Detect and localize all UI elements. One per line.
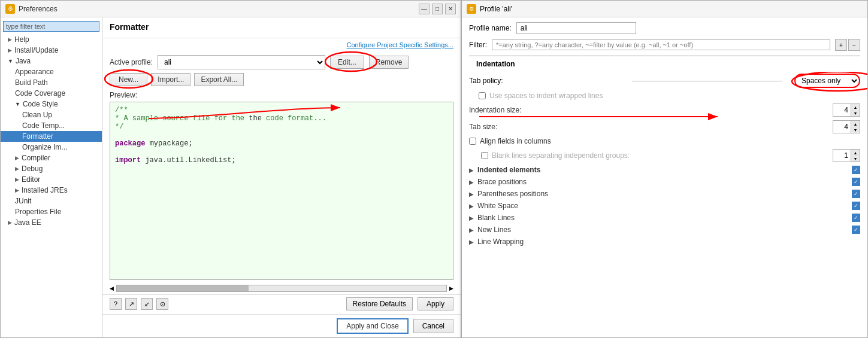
scroll-left-btn[interactable]: ◀ bbox=[110, 285, 114, 291]
sidebar-item-junit[interactable]: JUnit bbox=[1, 196, 102, 206]
apply-button[interactable]: Apply bbox=[418, 297, 453, 310]
cancel-button[interactable]: Cancel bbox=[413, 319, 453, 333]
edit-button[interactable]: Edit... bbox=[330, 56, 364, 69]
export-icon[interactable]: ↗ bbox=[125, 298, 137, 310]
sidebar-item-code-style[interactable]: ▼ Code Style bbox=[1, 99, 102, 109]
sidebar-item-debug[interactable]: ▶ Debug bbox=[1, 163, 102, 174]
minimize-button[interactable]: — bbox=[419, 4, 430, 14]
profile-name-input[interactable] bbox=[516, 22, 636, 34]
settings-icon[interactable]: ⊙ bbox=[156, 298, 168, 310]
remove-button[interactable]: Remove bbox=[369, 56, 409, 69]
new-button[interactable]: New... bbox=[110, 73, 147, 86]
title-bar: ⚙ Preferences — □ ✕ bbox=[1, 1, 461, 17]
sidebar-item-clean-up[interactable]: Clean Up bbox=[1, 109, 102, 120]
filter-collapse-btn[interactable]: − bbox=[848, 39, 860, 51]
tab-policy-select[interactable]: Spaces only Tabs only Mixed bbox=[794, 74, 860, 88]
sidebar-item-code-coverage[interactable]: Code Coverage bbox=[1, 88, 102, 99]
export-all-button[interactable]: Export All... bbox=[194, 73, 244, 86]
filter-input[interactable] bbox=[492, 39, 830, 50]
apply-and-close-button[interactable]: Apply and Close bbox=[337, 318, 408, 334]
preview-section: Preview: /** * A sample source file for … bbox=[102, 91, 461, 285]
filter-input[interactable] bbox=[3, 21, 99, 32]
chevron-icon: ▶ bbox=[8, 47, 12, 53]
blank-lines-section-arrow: ▶ bbox=[469, 215, 474, 221]
action-row: New... Import... Export All... bbox=[102, 73, 461, 91]
tab-size-input[interactable] bbox=[833, 120, 851, 133]
brace-positions-label: Brace positions bbox=[477, 178, 527, 186]
sidebar-item-compiler[interactable]: ▶ Compiler bbox=[1, 153, 102, 163]
blank-lines-section-row[interactable]: ▶ Blank Lines bbox=[469, 212, 860, 224]
blank-lines-up[interactable]: ▲ bbox=[851, 150, 860, 156]
restore-defaults-button[interactable]: Restore Defaults bbox=[346, 297, 413, 310]
close-button[interactable]: ✕ bbox=[445, 4, 456, 14]
white-space-row[interactable]: ▶ White Space bbox=[469, 200, 860, 212]
sidebar-item-code-templates[interactable]: Code Temp... bbox=[1, 120, 102, 131]
chevron-icon: ▶ bbox=[8, 220, 12, 226]
brace-positions-row[interactable]: ▶ Brace positions bbox=[469, 176, 860, 188]
sidebar-item-editor[interactable]: ▶ Editor bbox=[1, 174, 102, 185]
tab-size-down[interactable]: ▼ bbox=[851, 127, 860, 133]
blank-lines-section-label: Blank Lines bbox=[477, 214, 515, 222]
chevron-icon: ▶ bbox=[15, 166, 19, 172]
tab-size-up[interactable]: ▲ bbox=[851, 121, 860, 127]
tab-policy-row: Tab policy: Spaces only Tabs only Mixed bbox=[469, 72, 860, 90]
blank-lines-input[interactable] bbox=[833, 149, 851, 162]
indentation-size-row: Indentation size: ▲ ▼ bbox=[469, 102, 860, 118]
sidebar-item-build-path[interactable]: Build Path bbox=[1, 77, 102, 88]
new-lines-check bbox=[852, 226, 860, 234]
import-button[interactable]: Import... bbox=[151, 73, 190, 86]
profile-title-bar: ⚙ Profile 'ali' bbox=[462, 1, 867, 17]
horizontal-scrollbar[interactable] bbox=[116, 285, 447, 292]
line-wrapping-row[interactable]: ▶ Line Wrapping bbox=[469, 236, 860, 248]
parentheses-positions-row[interactable]: ▶ Parentheses positions bbox=[469, 188, 860, 200]
chevron-icon: ▼ bbox=[8, 58, 13, 64]
tab-policy-label: Tab policy: bbox=[469, 77, 620, 85]
code-comment-line2: * A sample source file for the the code … bbox=[115, 114, 326, 123]
profile-body: Profile name: Filter: + − Indentation Ta… bbox=[462, 17, 867, 337]
preferences-icon: ⚙ bbox=[5, 4, 15, 14]
profile-window-title: Profile 'ali' bbox=[480, 5, 512, 13]
align-fields-checkbox[interactable] bbox=[469, 138, 476, 145]
indentation-size-control: ▲ ▼ bbox=[833, 103, 860, 117]
sidebar-item-java[interactable]: ▼ Java bbox=[1, 56, 102, 66]
preview-label: Preview: bbox=[110, 91, 453, 99]
filter-expand-btn[interactable]: + bbox=[835, 39, 847, 51]
new-lines-row[interactable]: ▶ New Lines bbox=[469, 224, 860, 236]
indented-elements-arrow: ▶ bbox=[469, 167, 474, 173]
tab-size-row: Tab size: ▲ ▼ bbox=[469, 118, 860, 135]
sidebar-item-organize-imports[interactable]: Organize Im... bbox=[1, 142, 102, 153]
import-icon[interactable]: ↙ bbox=[141, 298, 153, 310]
sidebar-item-appearance[interactable]: Appearance bbox=[1, 66, 102, 77]
formatter-header: Formatter bbox=[102, 17, 461, 38]
sidebar-item-properties-file[interactable]: Properties File bbox=[1, 206, 102, 217]
new-lines-label: New Lines bbox=[477, 226, 511, 234]
sidebar-item-help[interactable]: ▶ Help bbox=[1, 34, 102, 45]
blank-lines-checkbox[interactable] bbox=[481, 152, 488, 159]
sidebar-item-installed-jres[interactable]: ▶ Installed JREs bbox=[1, 185, 102, 196]
sidebar-item-java-ee[interactable]: ▶ Java EE bbox=[1, 217, 102, 228]
sidebar-item-formatter[interactable]: Formatter bbox=[1, 131, 102, 142]
dialog-bottom-row: Apply and Close Cancel bbox=[102, 314, 461, 337]
white-space-arrow: ▶ bbox=[469, 203, 474, 209]
white-space-label: White Space bbox=[477, 202, 518, 210]
use-spaces-checkbox[interactable] bbox=[479, 92, 486, 99]
line-wrapping-arrow: ▶ bbox=[469, 239, 474, 245]
profile-select[interactable]: ali bbox=[158, 55, 325, 69]
bottom-action-row: ? ↗ ↙ ⊙ Restore Defaults Apply bbox=[102, 294, 461, 314]
configure-project-link[interactable]: Configure Project Specific Settings... bbox=[346, 41, 453, 48]
help-icon[interactable]: ? bbox=[110, 298, 122, 310]
blank-lines-down[interactable]: ▼ bbox=[851, 156, 860, 162]
indented-elements-row[interactable]: ▶ Indented elements bbox=[469, 164, 860, 176]
indentation-size-input[interactable] bbox=[833, 103, 851, 117]
maximize-button[interactable]: □ bbox=[432, 4, 443, 14]
use-spaces-row: Use spaces to indent wrapped lines bbox=[469, 90, 860, 102]
indentation-size-up[interactable]: ▲ bbox=[851, 104, 860, 110]
scroll-right-btn[interactable]: ▶ bbox=[449, 285, 453, 291]
preview-box: /** * A sample source file for the the c… bbox=[110, 102, 453, 280]
title-controls: — □ ✕ bbox=[419, 4, 456, 14]
blank-lines-row: Blank lines separating independent group… bbox=[469, 147, 860, 164]
indentation-size-down[interactable]: ▼ bbox=[851, 110, 860, 116]
line-wrapping-label: Line Wrapping bbox=[477, 237, 524, 246]
sidebar-item-install-update[interactable]: ▶ Install/Update bbox=[1, 45, 102, 56]
align-fields-row: Align fields in columns bbox=[469, 135, 860, 147]
